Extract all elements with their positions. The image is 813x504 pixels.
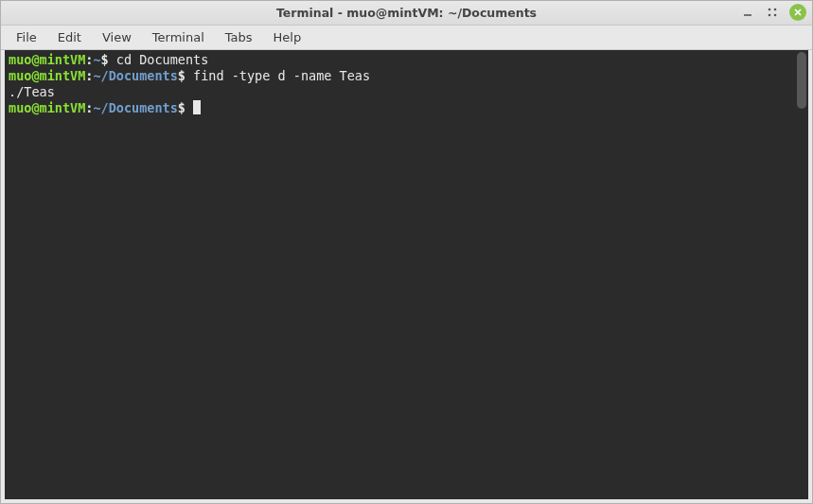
- minimize-button[interactable]: [740, 5, 755, 20]
- terminal-line: ./Teas: [9, 84, 804, 100]
- menu-file[interactable]: File: [7, 27, 46, 47]
- terminal-line: muo@mintVM:~$ cd Documents: [9, 52, 804, 68]
- prompt-dollar: $: [178, 100, 193, 115]
- close-icon: [793, 8, 803, 17]
- prompt-dollar: $: [178, 68, 193, 83]
- scrollbar-thumb[interactable]: [797, 52, 806, 109]
- svg-point-2: [774, 9, 777, 11]
- prompt-user: muo@mintVM: [9, 100, 85, 115]
- minimize-icon: [742, 7, 753, 18]
- svg-point-1: [769, 9, 771, 11]
- cursor: [193, 100, 201, 114]
- terminal-line: muo@mintVM:~/Documents$: [9, 100, 804, 116]
- menu-edit[interactable]: Edit: [48, 27, 91, 47]
- output-text: ./Teas: [9, 84, 55, 99]
- svg-point-4: [774, 14, 777, 17]
- menu-tabs[interactable]: Tabs: [216, 27, 262, 47]
- svg-point-3: [769, 14, 771, 17]
- prompt-user: muo@mintVM: [9, 68, 85, 83]
- maximize-button[interactable]: [765, 5, 780, 20]
- close-button[interactable]: [789, 4, 806, 21]
- menu-view[interactable]: View: [93, 27, 141, 47]
- window-title: Terminal - muo@mintVM: ~/Documents: [276, 6, 537, 20]
- menu-help[interactable]: Help: [264, 27, 311, 47]
- prompt-path: ~: [93, 52, 100, 67]
- terminal-window: Terminal - muo@mintVM: ~/Documents: [0, 0, 813, 504]
- menubar: File Edit View Terminal Tabs Help: [1, 26, 812, 50]
- prompt-user: muo@mintVM: [9, 52, 85, 67]
- prompt-dollar: $: [101, 52, 116, 67]
- prompt-path: ~/Documents: [93, 68, 177, 83]
- prompt-path: ~/Documents: [93, 100, 177, 115]
- terminal-area[interactable]: muo@mintVM:~$ cd Documents muo@mintVM:~/…: [5, 50, 808, 499]
- maximize-icon: [767, 7, 778, 18]
- command-text: find -type d -name Teas: [193, 68, 370, 83]
- menu-terminal[interactable]: Terminal: [143, 27, 214, 47]
- command-text: cd Documents: [116, 52, 209, 67]
- titlebar-controls: [740, 4, 806, 21]
- terminal-wrap: muo@mintVM:~$ cd Documents muo@mintVM:~/…: [1, 50, 812, 503]
- terminal-line: muo@mintVM:~/Documents$ find -type d -na…: [9, 68, 804, 84]
- titlebar[interactable]: Terminal - muo@mintVM: ~/Documents: [1, 1, 812, 26]
